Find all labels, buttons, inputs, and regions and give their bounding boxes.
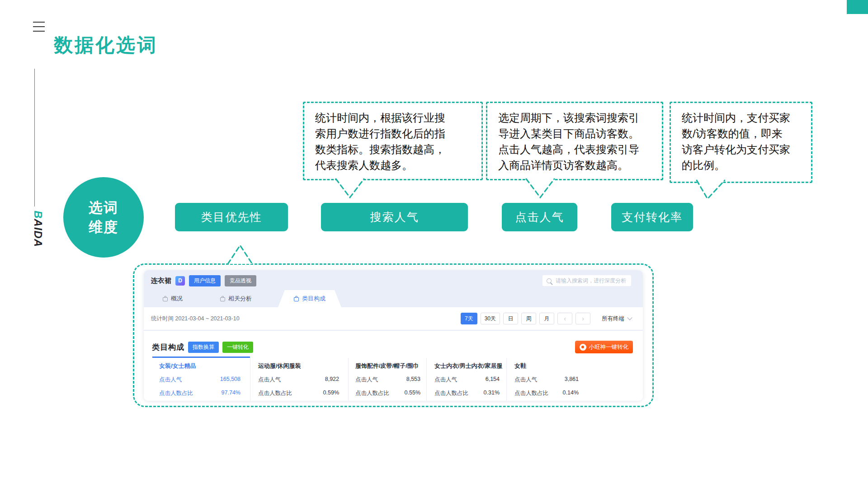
- bag-icon: [163, 297, 168, 301]
- dimension-button-pay-conversion[interactable]: 支付转化率: [611, 203, 693, 231]
- terminal-label: 所有终端: [602, 315, 624, 323]
- analytics-screenshot: 连衣裙 D 用户信息 竞品透视 概况 相关分析 类目构成 统计时间 2021-: [144, 270, 643, 401]
- dimension-button-category-priority[interactable]: 类目优先性: [175, 203, 288, 231]
- vertical-rule: [34, 69, 35, 206]
- tab-label: 相关分析: [228, 295, 252, 303]
- metric-label: 点击人数占比: [159, 389, 193, 397]
- period-day-button[interactable]: 日: [503, 313, 518, 324]
- metric-label: 点击人数占比: [514, 389, 548, 397]
- metric-value: 6,154: [486, 376, 500, 384]
- callout-tail-2: [524, 178, 557, 200]
- metric-value: 0.55%: [405, 389, 420, 397]
- tab-label: 概况: [171, 295, 183, 303]
- metric-label: 点击人气: [355, 376, 378, 384]
- competitor-badge[interactable]: 竞品透视: [225, 275, 256, 286]
- time-filter-row: 统计时间 2021-03-04 ~ 2021-03-10 7天 30天 日 周 …: [144, 307, 643, 331]
- category-column-womens-wear[interactable]: 女装/女士精品 点击人气165,508 点击人数占比97.74%: [144, 358, 250, 401]
- callout-click-popularity: 选定周期下，该搜索词搜索引 导进入某类目下商品访客数。 点击人气越高，代表搜索引…: [486, 102, 663, 180]
- category-name: 服饰配件/皮带/帽子/围巾: [355, 362, 420, 370]
- metric-label: 点击人数占比: [355, 389, 389, 397]
- menu-icon[interactable]: [33, 22, 45, 32]
- category-column-womens-shoes[interactable]: 女鞋 点击人气3,861 点击人数占比0.14%: [506, 358, 643, 401]
- category-table: 女装/女士精品 点击人气165,508 点击人数占比97.74% 运动服/休闲服…: [144, 358, 643, 401]
- period-month-button[interactable]: 月: [539, 313, 554, 324]
- metric-label: 点击人气: [258, 376, 281, 384]
- circle-line2: 维度: [89, 217, 118, 237]
- search-icon: [547, 278, 552, 283]
- search-box[interactable]: [542, 275, 632, 286]
- index-convert-badge[interactable]: 指数换算: [188, 342, 219, 353]
- user-info-badge[interactable]: 用户信息: [189, 275, 221, 286]
- callout-search-index: 统计时间内，根据该行业搜 索用户数进行指数化后的指 数类指标。搜索指数越高， 代…: [303, 102, 483, 180]
- category-name: 女装/女士精品: [159, 362, 241, 370]
- brand-logo: BAIDA: [28, 211, 44, 258]
- metric-value: 3,861: [565, 376, 579, 384]
- callout-tail-1: [333, 178, 367, 200]
- dimension-button-click-popularity[interactable]: 点击人气: [502, 203, 577, 231]
- terminal-dropdown[interactable]: 所有终端: [602, 315, 632, 323]
- action-button-label: 小旺神一键转化: [589, 343, 629, 351]
- report-header: 连衣裙 D 用户信息 竞品透视 概况 相关分析 类目构成: [144, 270, 643, 307]
- mascot-icon: [580, 344, 586, 351]
- dimension-button-search-popularity[interactable]: 搜索人气: [321, 203, 468, 231]
- period-30d-button[interactable]: 30天: [481, 313, 500, 324]
- category-column-sportswear[interactable]: 运动服/休闲服装 点击人气8,922 点击人数占比0.59%: [250, 358, 348, 401]
- dimension-circle: 选词 维度: [63, 177, 144, 258]
- tab-related-analysis[interactable]: 相关分析: [220, 290, 252, 307]
- metric-value: 165,508: [220, 376, 241, 384]
- category-column-underwear[interactable]: 女士内衣/男士内衣/家居服 点击人气6,154 点击人数占比0.31%: [426, 358, 506, 401]
- category-name: 女鞋: [514, 362, 579, 370]
- metric-label: 点击人数占比: [434, 389, 468, 397]
- metric-value: 97.74%: [222, 389, 241, 397]
- app-icon: D: [175, 276, 185, 286]
- period-week-button[interactable]: 周: [521, 313, 536, 324]
- metric-value: 0.59%: [323, 389, 339, 397]
- callout-pay-conversion: 统计时间内，支付买家 数/访客数的值，即来 访客户转化为支付买家 的比例。: [670, 102, 812, 183]
- category-name: 运动服/休闲服装: [258, 362, 339, 370]
- search-input[interactable]: [555, 277, 627, 284]
- keyword-bar: 连衣裙 D 用户信息 竞品透视: [151, 274, 256, 287]
- bag-icon: [294, 297, 299, 301]
- metric-label: 点击人气: [434, 376, 457, 384]
- metric-value: 8,553: [406, 376, 420, 384]
- brand-letters-rest: AIDA: [32, 219, 44, 247]
- metric-label: 点击人气: [159, 376, 182, 384]
- brand-letter-b: B: [32, 211, 44, 219]
- keyword-label: 连衣裙: [151, 277, 171, 285]
- callout-tail-3: [694, 179, 727, 202]
- corner-accent: [847, 0, 868, 14]
- section-title: 类目构成: [152, 342, 184, 352]
- metric-value: 0.14%: [563, 389, 579, 397]
- xiaowangshen-button[interactable]: 小旺神一键转化: [575, 341, 633, 353]
- next-arrow-button[interactable]: ›: [576, 313, 590, 324]
- tab-label: 类目构成: [302, 295, 326, 303]
- prev-arrow-button[interactable]: ‹: [557, 313, 572, 324]
- chevron-down-icon: [627, 315, 632, 320]
- section-header: 类目构成 指数换算 一键转化 小旺神一键转化: [152, 338, 633, 356]
- period-controls: 7天 30天 日 周 月 ‹ › 所有终端: [461, 313, 632, 324]
- page-title: 数据化选词: [54, 33, 158, 58]
- metric-value: 0.31%: [484, 389, 500, 397]
- tabs-row: 概况 相关分析 类目构成: [144, 290, 643, 307]
- panel-tail: [225, 243, 255, 265]
- category-column-accessories[interactable]: 服饰配件/皮带/帽子/围巾 点击人气8,553 点击人数占比0.55%: [348, 358, 426, 401]
- category-name: 女士内衣/男士内衣/家居服: [434, 362, 500, 370]
- metric-label: 点击人数占比: [258, 389, 292, 397]
- metric-label: 点击人气: [514, 376, 537, 384]
- circle-line1: 选词: [89, 198, 118, 217]
- one-key-convert-badge[interactable]: 一键转化: [222, 342, 253, 353]
- tab-category-composition[interactable]: 类目构成: [278, 290, 341, 307]
- tab-overview[interactable]: 概况: [163, 290, 183, 307]
- metric-value: 8,922: [325, 376, 339, 384]
- period-7d-button[interactable]: 7天: [461, 313, 477, 324]
- bag-icon: [220, 297, 225, 301]
- stats-time-label: 统计时间 2021-03-04 ~ 2021-03-10: [151, 315, 240, 323]
